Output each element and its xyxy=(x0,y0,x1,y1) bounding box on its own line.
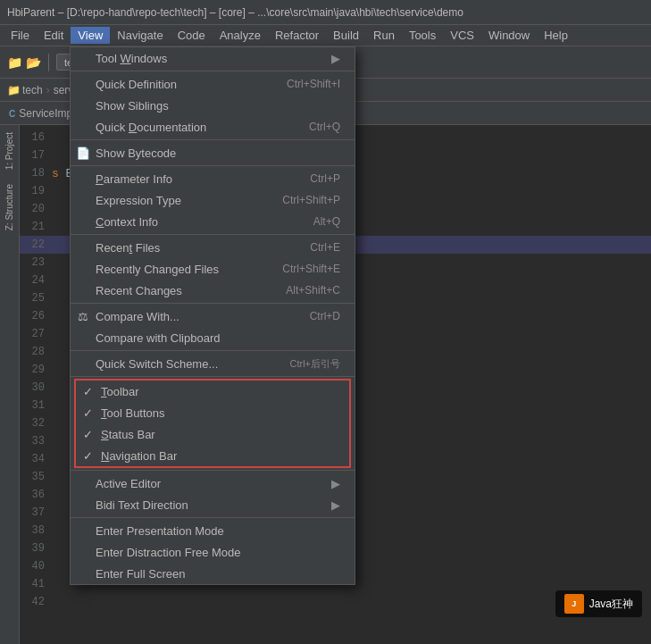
line-num-41: 41 xyxy=(20,578,52,590)
line-num-18: 18 xyxy=(20,167,52,180)
menu-navigation-bar[interactable]: ✓ Navigation Bar xyxy=(76,445,349,466)
menu-recent-files[interactable]: Recent Files Ctrl+E xyxy=(71,237,355,258)
menu-analyze[interactable]: Analyze xyxy=(213,27,268,44)
recent-files-label: Recent Files xyxy=(96,241,160,255)
menu-edit[interactable]: Edit xyxy=(37,27,71,44)
show-siblings-label: Show Siblings xyxy=(96,99,169,113)
line-num-35: 35 xyxy=(20,471,52,483)
presentation-label: Enter Presentation Mode xyxy=(96,524,224,538)
menu-tools[interactable]: Tools xyxy=(402,27,443,44)
bidi-label: Bidi Text Direction xyxy=(96,498,188,512)
menu-status-bar[interactable]: ✓ Status Bar xyxy=(76,423,349,445)
compare-clipboard-label: Compare with Clipboard xyxy=(96,331,220,345)
menu-quick-definition[interactable]: Quick Definition Ctrl+Shift+I xyxy=(71,73,355,95)
expression-type-label: Expression Type xyxy=(96,194,181,207)
line-num-40: 40 xyxy=(20,560,52,573)
divider-5 xyxy=(71,303,355,304)
compare-with-label: Compare With... xyxy=(96,310,179,323)
context-info-shortcut: Alt+Q xyxy=(313,215,340,228)
tab-serviceimpl-icon: C xyxy=(9,109,15,119)
menu-view[interactable]: View xyxy=(71,27,110,44)
project-tab[interactable]: 1: Project xyxy=(3,129,16,173)
fullscreen-label: Enter Full Screen xyxy=(96,567,185,581)
menu-tool-buttons[interactable]: ✓ Tool Buttons xyxy=(76,402,349,423)
line-num-16: 16 xyxy=(20,131,52,144)
line-num-24: 24 xyxy=(20,274,52,287)
line-num-20: 20 xyxy=(20,203,52,215)
recent-files-shortcut: Ctrl+E xyxy=(310,241,340,254)
quick-definition-label: Quick Definition xyxy=(96,78,177,91)
menu-context-info[interactable]: Context Info Alt+Q xyxy=(71,211,355,232)
nav-item-tech[interactable]: 📁 tech xyxy=(7,84,43,96)
menu-navigate[interactable]: Navigate xyxy=(110,27,170,44)
line-num-37: 37 xyxy=(20,506,52,519)
folder-icon: 📁 xyxy=(7,84,21,96)
menu-window[interactable]: Window xyxy=(481,27,537,44)
active-editor-label: Active Editor xyxy=(96,477,161,490)
menu-distraction[interactable]: Enter Distraction Free Mode xyxy=(71,541,355,563)
menu-refactor[interactable]: Refactor xyxy=(268,27,326,44)
arrow-icon: ▶ xyxy=(331,52,340,65)
quick-definition-shortcut: Ctrl+Shift+I xyxy=(287,78,340,90)
parameter-info-shortcut: Ctrl+P xyxy=(310,172,340,185)
menu-recent-changes[interactable]: Recent Changes Alt+Shift+C xyxy=(71,280,355,301)
distraction-label: Enter Distraction Free Mode xyxy=(96,546,241,559)
tool-windows-label: Tool Windows xyxy=(96,52,167,65)
active-editor-arrow: ▶ xyxy=(331,477,340,490)
line-num-29: 29 xyxy=(20,364,52,376)
divider-4 xyxy=(71,234,355,235)
menu-show-siblings[interactable]: Show Siblings xyxy=(71,95,355,116)
menu-presentation[interactable]: Enter Presentation Mode xyxy=(71,520,355,541)
structure-tab[interactable]: Z: Structure xyxy=(3,180,16,234)
menu-parameter-info[interactable]: Parameter Info Ctrl+P xyxy=(71,168,355,189)
divider-6 xyxy=(71,350,355,351)
checked-group: ✓ Toolbar ✓ Tool Buttons ✓ Status Bar ✓ … xyxy=(74,379,351,468)
menu-recently-changed[interactable]: Recently Changed Files Ctrl+Shift+E xyxy=(71,258,355,280)
divider-7 xyxy=(71,376,355,377)
menu-fullscreen[interactable]: Enter Full Screen xyxy=(71,563,355,584)
line-num-42: 42 xyxy=(20,596,52,608)
recent-changes-shortcut: Alt+Shift+C xyxy=(286,284,340,297)
watermark-text: Java狂神 xyxy=(589,597,633,612)
menu-toolbar[interactable]: ✓ Toolbar xyxy=(76,381,349,402)
divider-2 xyxy=(71,139,355,140)
menu-file[interactable]: File xyxy=(4,27,37,44)
line-num-26: 26 xyxy=(20,310,52,322)
menu-run[interactable]: Run xyxy=(366,27,402,44)
menu-code[interactable]: Code xyxy=(171,27,213,44)
menu-help[interactable]: Help xyxy=(537,27,575,44)
menu-build[interactable]: Build xyxy=(326,27,366,44)
menu-tool-windows[interactable]: Tool Windows ▶ xyxy=(71,47,355,69)
line-num-23: 23 xyxy=(20,256,52,269)
menu-compare-with[interactable]: ⚖ Compare With... Ctrl+D xyxy=(71,305,355,327)
show-bytecode-label: Show Bytecode xyxy=(96,146,176,160)
line-num-22: 22 xyxy=(20,238,52,251)
menu-quick-documentation[interactable]: Quick Documentation Ctrl+Q xyxy=(71,116,355,138)
tool-buttons-check: ✓ xyxy=(83,406,93,420)
expression-type-shortcut: Ctrl+Shift+P xyxy=(282,194,340,206)
title-text: HbiParent – [D:\repo-hand\repo-tech\tech… xyxy=(7,6,463,19)
quick-documentation-shortcut: Ctrl+Q xyxy=(309,121,340,133)
toolbar-sep-1 xyxy=(48,54,49,71)
recently-changed-label: Recently Changed Files xyxy=(96,263,219,276)
menu-show-bytecode[interactable]: 📄 Show Bytecode xyxy=(71,142,355,163)
context-info-label: Context Info xyxy=(96,215,158,229)
toolbar-icon-1: 📁 xyxy=(7,55,22,70)
menu-compare-clipboard[interactable]: Compare with Clipboard xyxy=(71,327,355,348)
line-num-36: 36 xyxy=(20,489,52,501)
menu-expression-type[interactable]: Expression Type Ctrl+Shift+P xyxy=(71,189,355,211)
line-num-17: 17 xyxy=(20,149,52,162)
status-bar-label: Status Bar xyxy=(101,428,155,441)
toolbar-label: Toolbar xyxy=(101,385,139,398)
menu-active-editor[interactable]: Active Editor ▶ xyxy=(71,473,355,494)
line-num-32: 32 xyxy=(20,417,52,430)
menu-bar: File Edit View Navigate Code Analyze Ref… xyxy=(0,25,651,46)
quick-switch-label: Quick Switch Scheme... xyxy=(96,357,218,371)
line-num-30: 30 xyxy=(20,381,52,394)
menu-quick-switch[interactable]: Quick Switch Scheme... Ctrl+后引号 xyxy=(71,353,355,374)
menu-bidi[interactable]: Bidi Text Direction ▶ xyxy=(71,494,355,515)
line-num-39: 39 xyxy=(20,542,52,555)
divider-9 xyxy=(71,517,355,518)
left-gutter-panels: 1: Project Z: Structure xyxy=(0,125,20,644)
menu-vcs[interactable]: VCS xyxy=(443,27,481,44)
